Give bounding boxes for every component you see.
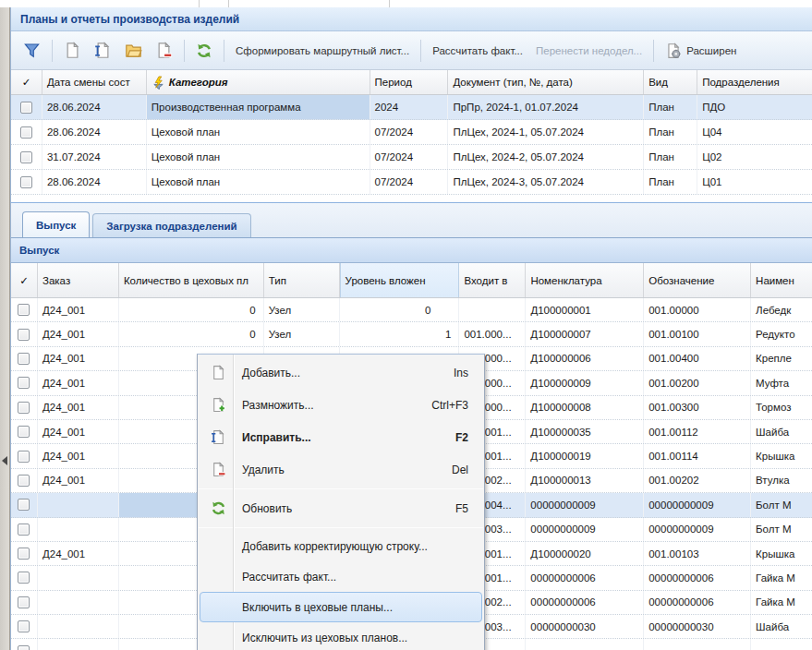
cell-nom[interactable]: Д100000008 <box>526 396 644 419</box>
cell-parent[interactable] <box>459 298 526 321</box>
column-header-nomenclature[interactable]: Номенклатура <box>526 263 644 297</box>
cell-name[interactable]: Гайка М <box>751 591 812 614</box>
row-checkbox[interactable] <box>18 329 30 341</box>
column-header-name[interactable]: Наимен <box>751 263 812 297</box>
row-checkbox[interactable] <box>18 353 30 365</box>
column-header-qty-shop-plans[interactable]: Количество в цеховых пл <box>119 263 264 297</box>
cell-name[interactable]: Болт М <box>751 518 812 541</box>
cell-order[interactable] <box>38 518 119 541</box>
add-record-button[interactable] <box>57 38 88 63</box>
row-checkbox[interactable] <box>20 176 32 188</box>
row-checkbox[interactable] <box>18 304 30 316</box>
menu-delete[interactable]: УдалитьDel <box>200 453 482 486</box>
cell-document[interactable]: ПлЦех, 2024-2, 05.07.2024 <box>448 145 644 169</box>
row-checkbox[interactable] <box>18 524 30 536</box>
menu-duplicate[interactable]: Размножить...Ctrl+F3 <box>200 389 482 421</box>
cell-checkbox[interactable] <box>11 371 38 394</box>
cell-checkbox[interactable] <box>11 420 38 443</box>
cell-name[interactable]: Втулка <box>751 469 812 492</box>
cell-category[interactable]: Цеховой план <box>147 120 370 144</box>
cell-nom[interactable]: Д100000035 <box>526 420 644 443</box>
delete-record-button[interactable] <box>149 38 179 63</box>
row-checkbox[interactable] <box>18 572 30 584</box>
cell-sign[interactable]: 001.00000 <box>644 298 751 321</box>
cell-sign[interactable]: 001.00200 <box>644 371 751 394</box>
cell-date[interactable]: 28.06.2024 <box>42 120 147 144</box>
cell-sign[interactable]: 001.00103 <box>644 542 751 565</box>
cell-qty[interactable]: 0 <box>119 298 264 321</box>
row-checkbox[interactable] <box>20 151 32 163</box>
cell-division[interactable]: Ц04 <box>697 120 812 144</box>
cell-nom[interactable]: 00000000006 <box>526 566 644 589</box>
cell-nom[interactable]: 00000000009 <box>526 518 644 541</box>
cell-order[interactable]: Д24_001 <box>38 371 119 394</box>
row-checkbox[interactable] <box>18 548 30 560</box>
cell-document[interactable]: ПрПр, 2024-1, 01.07.2024 <box>448 95 644 119</box>
column-header-order[interactable]: Заказ <box>38 263 119 297</box>
table-row[interactable]: Д24_0010Узел1001.000...Д100000007001.001… <box>11 322 812 346</box>
cell-name[interactable]: Болт М <box>751 493 812 516</box>
calculate-fact-button[interactable]: Рассчитать факт... <box>426 42 529 60</box>
column-header-date[interactable]: Дата смены сост <box>42 70 147 94</box>
cell-nom[interactable]: Д100000013 <box>526 469 644 492</box>
cell-order[interactable]: Д24_001 <box>38 322 119 345</box>
cell-nom[interactable]: Д100000009 <box>526 371 644 394</box>
cell-checkbox[interactable] <box>11 591 38 614</box>
cell-name[interactable]: Муфта <box>751 371 812 394</box>
cell-checkbox[interactable] <box>11 444 38 467</box>
cell-name[interactable]: Крышка <box>751 444 812 467</box>
row-checkbox[interactable] <box>18 596 30 608</box>
menu-calc-fact[interactable]: Рассчитать факт... <box>200 561 482 592</box>
cell-period[interactable]: 07/2024 <box>370 170 449 194</box>
cell-nom[interactable]: Д100000007 <box>526 322 644 345</box>
cell-name[interactable]: Редукто <box>751 322 812 345</box>
cell-nom[interactable]: Д100000020 <box>526 542 644 565</box>
cell-order[interactable]: Д24_001 <box>38 444 119 467</box>
format-route-sheet-button[interactable]: Сформировать маршрутный лист... <box>229 42 416 60</box>
cell-nom[interactable]: Д100000001 <box>526 298 644 321</box>
cell-name[interactable]: Тормоз <box>751 396 812 419</box>
row-checkbox[interactable] <box>18 475 30 487</box>
cell-type[interactable]: Узел <box>264 322 340 345</box>
cell-sign[interactable] <box>644 639 751 650</box>
collapsed-splitter-bar[interactable] <box>0 7 10 650</box>
cell-checkbox[interactable] <box>11 566 38 589</box>
cell-order[interactable] <box>38 639 119 650</box>
cell-category[interactable]: Цеховой план <box>147 170 370 194</box>
column-header-check[interactable]: ✓ <box>11 263 38 297</box>
cell-kind[interactable]: План <box>644 145 697 169</box>
cell-checkbox[interactable] <box>11 120 42 144</box>
cell-checkbox[interactable] <box>11 615 38 638</box>
cell-sign[interactable]: 001.00100 <box>644 322 751 345</box>
cell-checkbox[interactable] <box>11 322 38 345</box>
cell-category[interactable]: Цеховой план <box>147 145 370 169</box>
cell-name[interactable]: Крышка <box>751 542 812 565</box>
cell-nom[interactable]: Д100000006 <box>526 347 644 370</box>
tab-vypusk[interactable]: Выпуск <box>22 211 90 237</box>
cell-checkbox[interactable] <box>11 347 38 370</box>
cell-sign[interactable]: 00000000006 <box>644 591 751 614</box>
column-header-designation[interactable]: Обозначение <box>644 263 751 297</box>
cell-sign[interactable]: 001.00202 <box>644 469 751 492</box>
cell-order[interactable]: Д24_001 <box>38 298 119 321</box>
cell-level[interactable]: 0 <box>340 298 460 321</box>
table-row[interactable]: Д24_0010Узел0Д100000001001.00000Лебедк <box>11 298 812 322</box>
cell-checkbox[interactable] <box>11 639 38 650</box>
cell-document[interactable]: ПлЦех, 2024-3, 05.07.2024 <box>448 170 644 194</box>
column-header-parent[interactable]: Входит в <box>459 263 526 297</box>
cell-checkbox[interactable] <box>11 95 42 119</box>
cell-order[interactable] <box>38 591 119 614</box>
cell-nom[interactable]: 00000000009 <box>526 493 644 516</box>
cell-order[interactable] <box>38 566 119 589</box>
cell-name[interactable]: Гайка М <box>751 566 812 589</box>
row-checkbox[interactable] <box>18 620 30 632</box>
cell-name[interactable]: Крепле <box>751 347 812 370</box>
cell-nom[interactable]: Д100000019 <box>526 444 644 467</box>
tab-zagruzka-podrazdeleniy[interactable]: Загрузка подразделений <box>92 213 250 237</box>
row-checkbox[interactable] <box>20 126 32 138</box>
column-header-division[interactable]: Подразделения <box>697 70 812 94</box>
row-checkbox[interactable] <box>18 377 30 389</box>
cell-nom[interactable]: 00000000006 <box>526 591 644 614</box>
menu-edit[interactable]: Исправить...F2 <box>200 421 482 453</box>
cell-order[interactable]: Д24_001 <box>38 542 119 565</box>
